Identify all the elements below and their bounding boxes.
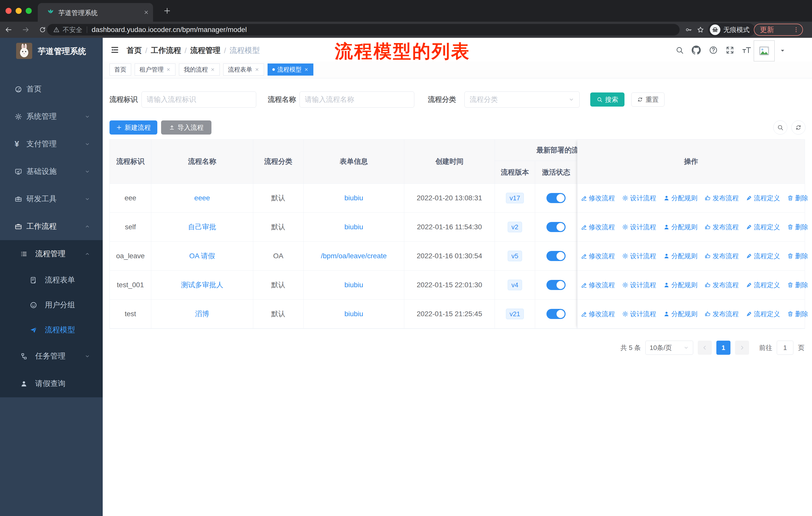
delete-link[interactable]: 删除 [787, 281, 808, 290]
sidebar-item-leave-query[interactable]: 请假查询 [0, 370, 103, 397]
bookmark-star-icon[interactable] [697, 26, 704, 33]
close-window-button[interactable] [5, 8, 11, 14]
active-status-toggle[interactable] [547, 251, 566, 261]
modify-process-link[interactable]: 修改流程 [581, 252, 615, 261]
page-size-select[interactable]: 10条/页 [645, 341, 693, 355]
sidebar-item-pay[interactable]: ¥ 支付管理 [0, 130, 103, 158]
process-key-input[interactable] [141, 91, 256, 108]
reload-icon[interactable] [39, 26, 46, 33]
tag-home[interactable]: 首页 [110, 63, 131, 76]
sidebar-collapse-icon[interactable] [110, 45, 119, 54]
version-badge[interactable]: v5 [508, 251, 522, 261]
process-name-link[interactable]: 滔博 [195, 309, 209, 319]
sidebar-item-system[interactable]: 系统管理 [0, 103, 103, 130]
goto-page-input[interactable] [777, 341, 793, 355]
active-status-toggle[interactable] [547, 309, 566, 319]
minimize-window-button[interactable] [16, 8, 22, 14]
process-name-link[interactable]: OA 请假 [189, 251, 215, 261]
sidebar-item-process-mgmt[interactable]: 流程管理 [0, 240, 103, 268]
sidebar-item-task-mgmt[interactable]: 任务管理 [0, 343, 103, 370]
process-definition-link[interactable]: 流程定义 [746, 252, 780, 261]
new-tab-button[interactable] [163, 7, 171, 15]
sidebar-item-workflow[interactable]: 工作流程 [0, 213, 103, 240]
prev-page-button[interactable] [698, 341, 712, 355]
breadcrumb-item[interactable]: 工作流程 [151, 45, 181, 56]
version-badge[interactable]: v2 [508, 222, 522, 232]
tag-close-icon[interactable] [166, 67, 171, 72]
back-icon[interactable] [4, 26, 12, 34]
address-bar[interactable]: 不安全 dashboard.yudao.iocoder.cn/bpm/manag… [47, 24, 679, 35]
active-status-toggle[interactable] [547, 280, 566, 290]
page-number-button[interactable]: 1 [716, 341, 730, 355]
publish-process-link[interactable]: 发布流程 [704, 252, 739, 261]
process-name-link[interactable]: 测试多审批人 [181, 280, 223, 290]
design-process-link[interactable]: 设计流程 [622, 281, 656, 290]
assign-rule-link[interactable]: 分配规则 [663, 223, 697, 232]
sidebar-item-devtools[interactable]: 研发工具 [0, 185, 103, 213]
tag-my-process[interactable]: 我的流程 [179, 63, 220, 76]
design-process-link[interactable]: 设计流程 [622, 310, 656, 319]
design-process-link[interactable]: 设计流程 [622, 194, 656, 202]
delete-link[interactable]: 删除 [787, 194, 808, 202]
form-info-link[interactable]: biubiu [344, 194, 363, 202]
browser-update-button[interactable]: 更新 [754, 24, 803, 36]
design-process-link[interactable]: 设计流程 [622, 223, 656, 232]
tag-process-form[interactable]: 流程表单 [223, 63, 264, 76]
avatar[interactable] [754, 40, 775, 61]
process-category-select[interactable]: 流程分类 [464, 91, 580, 108]
reset-button[interactable]: 重置 [631, 92, 665, 107]
form-info-link[interactable]: biubiu [344, 310, 363, 318]
key-icon[interactable] [685, 26, 692, 33]
publish-process-link[interactable]: 发布流程 [704, 223, 739, 232]
modify-process-link[interactable]: 修改流程 [581, 223, 615, 232]
breadcrumb-item[interactable]: 首页 [126, 45, 142, 56]
assign-rule-link[interactable]: 分配规则 [663, 281, 697, 290]
next-page-button[interactable] [735, 341, 749, 355]
process-definition-link[interactable]: 流程定义 [746, 223, 780, 232]
version-badge[interactable]: v17 [506, 193, 524, 203]
active-status-toggle[interactable] [547, 222, 566, 232]
tab-close-icon[interactable] [143, 9, 149, 15]
form-info-link[interactable]: /bpm/oa/leave/create [321, 252, 387, 260]
sidebar-item-process-form[interactable]: 流程表单 [0, 268, 103, 293]
fullscreen-icon[interactable] [725, 46, 734, 55]
publish-process-link[interactable]: 发布流程 [704, 194, 739, 202]
assign-rule-link[interactable]: 分配规则 [663, 194, 697, 202]
delete-link[interactable]: 删除 [787, 252, 808, 261]
assign-rule-link[interactable]: 分配规则 [663, 252, 697, 261]
version-badge[interactable]: v21 [506, 309, 524, 319]
import-process-button[interactable]: 导入流程 [161, 120, 211, 135]
process-definition-link[interactable]: 流程定义 [746, 310, 780, 319]
toggle-search-button[interactable] [773, 120, 787, 135]
maximize-window-button[interactable] [26, 8, 32, 14]
tag-process-model[interactable]: 流程模型 [267, 63, 313, 76]
modify-process-link[interactable]: 修改流程 [581, 281, 615, 290]
sidebar-item-user-group[interactable]: 用户分组 [0, 293, 103, 318]
active-status-toggle[interactable] [547, 193, 566, 203]
assign-rule-link[interactable]: 分配规则 [663, 310, 697, 319]
process-name-input[interactable] [299, 91, 414, 108]
process-definition-link[interactable]: 流程定义 [746, 281, 780, 290]
browser-tab[interactable]: 芋道管理系统 [38, 3, 153, 22]
sidebar-item-process-model[interactable]: 流程模型 [0, 318, 103, 343]
sidebar-item-infra[interactable]: 基础设施 [0, 158, 103, 185]
search-icon[interactable] [675, 46, 684, 54]
modify-process-link[interactable]: 修改流程 [581, 194, 615, 202]
sidebar-item-home[interactable]: 首页 [0, 75, 103, 103]
form-info-link[interactable]: biubiu [344, 223, 363, 231]
create-process-button[interactable]: 新建流程 [110, 120, 157, 135]
font-size-icon[interactable] [742, 45, 752, 55]
form-info-link[interactable]: biubiu [344, 281, 363, 289]
delete-link[interactable]: 删除 [787, 310, 808, 319]
tag-close-icon[interactable] [210, 67, 215, 72]
tag-close-icon[interactable] [304, 67, 309, 72]
delete-link[interactable]: 删除 [787, 223, 808, 232]
refresh-table-button[interactable] [791, 120, 806, 135]
publish-process-link[interactable]: 发布流程 [704, 281, 739, 290]
process-name-link[interactable]: eeee [194, 194, 210, 202]
version-badge[interactable]: v4 [508, 280, 522, 290]
publish-process-link[interactable]: 发布流程 [704, 310, 739, 319]
modify-process-link[interactable]: 修改流程 [581, 310, 615, 319]
breadcrumb-item[interactable]: 流程管理 [190, 45, 221, 56]
browser-menu-dots-icon[interactable] [793, 26, 800, 33]
